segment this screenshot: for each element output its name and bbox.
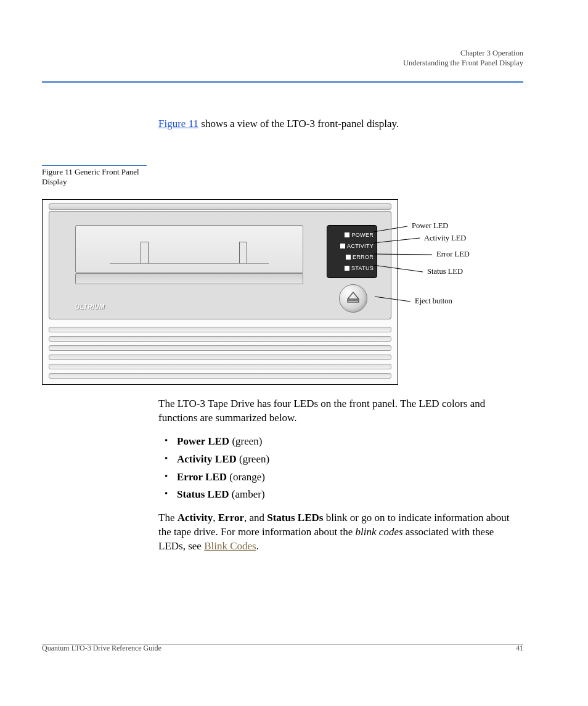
power-led-label: POWER xyxy=(351,232,374,238)
ultrium-logo: ULTRIUM xyxy=(75,303,105,310)
led-row-power: POWER xyxy=(330,229,374,240)
figure-11: ULTRIUM POWER ACTIVITY ERROR xyxy=(42,199,523,385)
closing-paragraph: The Activity, Error, and Status LEDs bli… xyxy=(158,511,523,554)
header-chapter: Chapter 3 Operation xyxy=(460,49,523,57)
svg-line-3 xyxy=(374,238,420,243)
power-led-icon xyxy=(345,232,349,237)
callout-label-status: Status LED xyxy=(427,267,463,276)
svg-line-6 xyxy=(375,297,410,302)
figure-link[interactable]: Figure 11 xyxy=(158,118,198,129)
after-figure-paragraph: The LTO-3 Tape Drive has four LEDs on th… xyxy=(158,397,523,425)
slot-peg-left xyxy=(141,242,149,264)
list-item: Activity LED (green) xyxy=(158,451,523,469)
led-panel: POWER ACTIVITY ERROR STATUS xyxy=(327,225,377,278)
status-led-icon xyxy=(345,266,349,271)
intro-paragraph: Figure 11 shows a view of the LTO-3 fron… xyxy=(158,117,523,131)
slot-peg-right xyxy=(239,242,247,264)
figure-caption-side: Figure 11 Generic Front Panel Display xyxy=(42,165,147,186)
vent-slat xyxy=(49,364,391,369)
list-item: Status LED (amber) xyxy=(158,486,523,504)
bullet-name: Status LED xyxy=(177,488,229,500)
vent-slat xyxy=(49,373,391,379)
bullet-name: Activity LED xyxy=(177,453,237,465)
vent-slat xyxy=(49,336,391,342)
callout-label-error: Error LED xyxy=(436,250,470,259)
svg-line-2 xyxy=(374,226,407,232)
callout-label-eject: Eject button xyxy=(415,297,452,306)
error-led-icon xyxy=(346,255,351,260)
bullet-color: (orange) xyxy=(227,471,265,483)
cartridge-slot xyxy=(75,225,303,273)
led-row-error: ERROR xyxy=(330,252,374,263)
closing-t3: , and xyxy=(244,512,267,523)
eject-button[interactable] xyxy=(339,284,367,313)
bullet-color: (green) xyxy=(229,435,262,447)
vent-area xyxy=(49,327,391,378)
activity-led-label: ACTIVITY xyxy=(347,243,374,249)
slot-lip xyxy=(75,273,303,284)
status-led-label: STATUS xyxy=(351,265,374,271)
error-led-label: ERROR xyxy=(353,254,374,260)
bullet-color: (amber) xyxy=(229,488,265,500)
tape-drive-illustration: ULTRIUM POWER ACTIVITY ERROR xyxy=(42,199,398,385)
intro-rest: shows a view of the LTO-3 front-panel di… xyxy=(198,118,399,129)
footer-page-number: 41 xyxy=(516,644,523,653)
slot-line xyxy=(110,263,269,264)
svg-line-5 xyxy=(374,265,423,272)
blink-codes-link[interactable]: Blink Codes xyxy=(204,540,256,552)
callout-label-activity: Activity LED xyxy=(424,234,466,243)
closing-t6: . xyxy=(256,540,259,552)
activity-led-icon xyxy=(340,244,345,248)
drive-top-ridge xyxy=(49,203,391,210)
led-row-status: STATUS xyxy=(330,263,374,274)
svg-marker-0 xyxy=(348,292,359,299)
bullet-color: (green) xyxy=(237,453,269,465)
closing-statusleds: Status LEDs xyxy=(267,512,323,523)
closing-error: Error xyxy=(218,512,244,523)
bullet-name: Power LED xyxy=(177,435,229,447)
vent-slat xyxy=(49,327,391,332)
drive-face: ULTRIUM POWER ACTIVITY ERROR xyxy=(49,211,391,319)
closing-t1: The xyxy=(158,512,178,523)
closing-blinkcodes-phrase: blink codes xyxy=(356,526,403,538)
footer-left: Quantum LTO-3 Drive Reference Guide xyxy=(42,644,161,653)
led-row-activity: ACTIVITY xyxy=(330,240,374,252)
led-bullet-list: Power LED (green) Activity LED (green) E… xyxy=(158,433,523,504)
list-item: Power LED (green) xyxy=(158,433,523,451)
closing-t2: , xyxy=(213,512,218,523)
closing-activity: Activity xyxy=(178,512,213,523)
vent-slat xyxy=(49,355,391,360)
vent-slat xyxy=(49,345,391,351)
svg-rect-1 xyxy=(348,300,359,302)
header-section: Understanding the Front Panel Display xyxy=(403,59,523,67)
eject-icon xyxy=(347,292,359,303)
callout-label-power: Power LED xyxy=(412,221,448,231)
page-header: Chapter 3 Operation Understanding the Fr… xyxy=(403,48,523,68)
svg-line-4 xyxy=(374,254,432,255)
list-item: Error LED (orange) xyxy=(158,469,523,486)
header-rule xyxy=(42,81,523,83)
bullet-name: Error LED xyxy=(177,471,227,483)
